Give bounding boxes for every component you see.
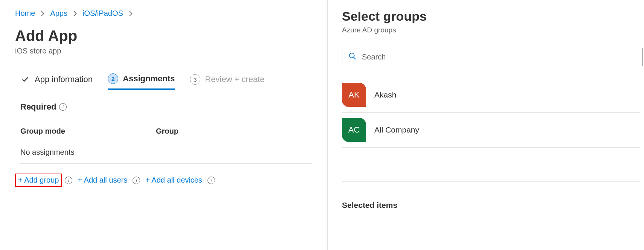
select-groups-panel: Select groups Azure AD groups AK Akash A…	[328, 0, 644, 250]
add-all-devices-button[interactable]: + Add all devices	[143, 174, 204, 186]
info-icon[interactable]: i	[133, 177, 140, 184]
tab-review-create[interactable]: 3 Review + create	[190, 74, 264, 89]
breadcrumb-ios[interactable]: iOS/iPadOS	[82, 9, 123, 18]
panel-title: Select groups	[342, 9, 644, 24]
chevron-right-icon	[40, 11, 45, 17]
tab-app-information[interactable]: App information	[20, 75, 93, 89]
assignment-actions: + Add group i + Add all users i + Add al…	[15, 174, 312, 187]
avatar: AC	[342, 118, 366, 142]
breadcrumb-home[interactable]: Home	[15, 9, 35, 18]
add-group-button[interactable]: + Add group	[15, 174, 62, 187]
step-number-icon: 3	[190, 74, 200, 85]
svg-line-1	[354, 57, 356, 59]
info-icon[interactable]: i	[59, 103, 67, 111]
checkmark-icon	[20, 75, 30, 84]
col-group: Group	[156, 127, 179, 136]
info-icon[interactable]: i	[208, 177, 215, 184]
table-row-empty: No assignments	[20, 141, 312, 164]
info-icon[interactable]: i	[65, 177, 72, 184]
breadcrumb: Home Apps iOS/iPadOS	[15, 9, 312, 18]
add-all-users-button[interactable]: + Add all users	[75, 174, 130, 186]
tab-label: Review + create	[205, 75, 264, 84]
svg-point-0	[349, 53, 354, 58]
search-box[interactable]	[342, 48, 642, 66]
page-subtitle: iOS store app	[15, 47, 312, 55]
panel-subtitle: Azure AD groups	[342, 26, 644, 34]
avatar: AK	[342, 83, 366, 107]
search-icon	[348, 52, 357, 62]
group-name: All Company	[374, 125, 419, 134]
chevron-right-icon	[73, 11, 77, 17]
chevron-right-icon	[128, 11, 133, 17]
group-name: Akash	[374, 90, 396, 99]
col-group-mode: Group mode	[20, 127, 156, 136]
group-item-akash[interactable]: AK Akash	[342, 78, 640, 113]
group-item-all-company[interactable]: AC All Company	[342, 113, 640, 148]
wizard-tabs: App information 2 Assignments 3 Review +…	[20, 73, 312, 90]
main-content: Home Apps iOS/iPadOS Add App iOS store a…	[0, 0, 328, 250]
breadcrumb-apps[interactable]: Apps	[50, 9, 67, 18]
section-required-heading: Required i	[20, 102, 312, 112]
page-title: Add App	[15, 27, 312, 44]
tab-assignments[interactable]: 2 Assignments	[108, 73, 175, 90]
tab-label: App information	[35, 75, 93, 84]
step-number-icon: 2	[108, 73, 118, 84]
section-required-label: Required	[20, 102, 56, 112]
assignments-table-header: Group mode Group	[20, 127, 312, 141]
selected-items-heading: Selected items	[342, 201, 644, 210]
tab-label: Assignments	[123, 74, 175, 84]
divider	[342, 181, 640, 182]
search-input[interactable]	[362, 53, 636, 61]
group-list: AK Akash AC All Company	[342, 78, 644, 148]
